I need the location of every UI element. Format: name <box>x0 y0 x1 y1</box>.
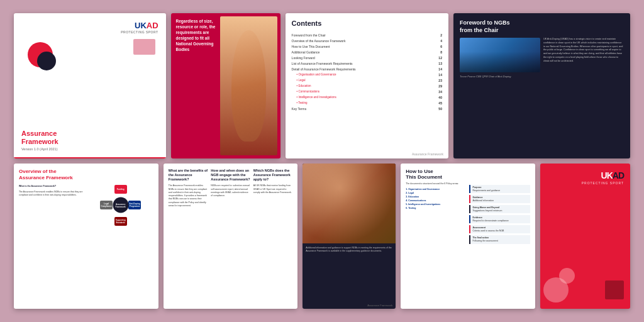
ukad-final-logo: UKAD Protecting Sport <box>547 170 624 185</box>
overview-card: Overview of the Assurance Framework What… <box>14 164 158 309</box>
quote-text: Regardless of size, resource or role, th… <box>176 18 222 53</box>
title-line2: Framework <box>21 138 58 145</box>
page-number-1: Assurance Framework <box>412 152 443 156</box>
contents-item-3: How to Use This Document 6 <box>292 43 442 49</box>
ngb-col-3: Which NGBs does the Assurance Framework … <box>253 169 292 304</box>
ngb-col-1: What are the benefits of the Assurance F… <box>169 169 208 304</box>
title-main: ssurance <box>26 130 57 137</box>
cycle-item-1: Funding <box>114 185 127 194</box>
contents-sub-2: • Legal 23 <box>292 77 442 83</box>
cycle-center: Assurance Framework <box>113 197 128 213</box>
step-guidance: GuidanceAdditional information <box>469 195 530 203</box>
cover-card: UK AD Protecting Sport Assurance Framewo… <box>14 13 166 158</box>
final-shapes <box>547 265 624 303</box>
contents-sub-3: • Education 29 <box>292 83 442 89</box>
ngb-col1-heading: What are the benefits of the Assurance F… <box>169 169 208 182</box>
foreword-col-left: Trevor Pearce CBE QPM Chair of Anti-Dopi… <box>460 38 540 78</box>
step-final: The final actionFollowing the assessment <box>469 235 530 243</box>
ngb-col2-text: NGBs are required to: submit an annual s… <box>211 184 250 197</box>
foreword-col-right: UK Anti-Doping (UKAD) has a strategic vi… <box>543 38 624 78</box>
howto-area-6: 6. Testing <box>406 206 466 210</box>
ad-letters: AD <box>147 21 158 30</box>
contents-card: Contents Foreword from the Chair 2 Overv… <box>286 13 448 158</box>
pink-rect-shape <box>133 39 155 55</box>
contents-item-7: Detail of Assurance Framework Requiremen… <box>292 66 442 72</box>
athletes-card: Additional information and guidance to s… <box>303 164 396 309</box>
final-ad: AD <box>613 170 624 180</box>
cycle-item-4: Legal Compliance <box>100 201 113 209</box>
contents-sub-6: • Testing 45 <box>292 100 442 106</box>
cycle-diagram: Assurance Framework Funding Anti-Doping … <box>100 185 141 226</box>
abstract-shapes <box>21 39 158 123</box>
overview-left-col: What is the Assurance Framework? The Ass… <box>19 185 84 226</box>
logo-area: UK AD Protecting Sport <box>21 21 158 34</box>
howto-card: How to UseThis Document The document is … <box>401 164 535 309</box>
contents-item-2: Overview of the Assurance Framework 4 <box>292 38 442 43</box>
title-red-a: A <box>21 130 26 137</box>
overview-heading: Overview of the Assurance Framework <box>19 169 153 182</box>
contents-item-1: Foreword from the Chair 2 <box>292 32 442 38</box>
foreword-card: Foreword to NGBs from the Chair Trevor P… <box>453 13 630 158</box>
overview-body-text: The Assurance Framework enables NGBs to … <box>19 191 84 197</box>
ukad-logo: UK AD Protecting Sport <box>121 21 158 34</box>
contents-sub-1: • Organisation and Governance 14 <box>292 72 442 77</box>
ngb-col-2: How and when does an NGB engage with the… <box>211 169 250 304</box>
ngb-col1-text: The Assurance Framework enables NGBs to … <box>169 184 208 208</box>
final-tagline: Protecting Sport <box>582 181 624 185</box>
step-going-above: Going Above and BeyondSuggestions beyond… <box>469 205 530 213</box>
athletes-text: Additional information and guidance to s… <box>303 243 396 257</box>
ngb-col3-heading: Which NGBs does the Assurance Framework … <box>253 169 292 182</box>
howto-col-right: PurposeRequirements and guidance Guidanc… <box>469 182 530 244</box>
red-quote-card: Regardless of size, resource or role, th… <box>171 13 280 158</box>
athlete-figure <box>220 16 277 155</box>
final-uk: UK <box>601 170 613 180</box>
step-purpose: PurposeRequirements and guidance <box>469 185 530 193</box>
uk-letters: UK <box>135 21 147 30</box>
howto-intro: The document is structured around the 6 … <box>406 182 466 186</box>
ngb-col-layout: What are the benefits of the Assurance F… <box>169 169 292 304</box>
ngb-card: What are the benefits of the Assurance F… <box>164 164 297 309</box>
ukad-final-card: UKAD Protecting Sport <box>540 164 630 309</box>
howto-areas-list: 1. Organisation and Governance 2. Legal … <box>406 187 466 210</box>
protecting-sport-label: Protecting Sport <box>121 30 158 34</box>
howto-col-left: The document is structured around the 6 … <box>406 182 466 244</box>
step-assessment: AssessmentCriteria used to assess the NG… <box>469 225 530 233</box>
howto-body: The document is structured around the 6 … <box>406 182 530 244</box>
cycle-item-2: Anti-Doping Programme <box>128 201 141 209</box>
athletes-page-label: Assurance Framework <box>367 304 392 307</box>
dark-rect-shape <box>605 280 624 299</box>
ukad-final-letters: UKAD <box>601 170 624 181</box>
athletes-body-text: Additional information and guidance to s… <box>306 247 392 253</box>
cover-title: Assurance Framework <box>21 130 158 146</box>
contents-item-6: List of Assurance Framework Requirements… <box>292 60 442 66</box>
contents-list: Foreword from the Chair 2 Overview of th… <box>292 32 442 111</box>
main-container: UK AD Protecting Sport Assurance Framewo… <box>14 13 630 309</box>
contents-heading: Contents <box>292 19 442 27</box>
cycle-item-3: Supporting Standards <box>114 217 127 226</box>
pink2-shape <box>559 268 575 284</box>
foreword-heading: Foreword to NGBs from the Chair <box>460 19 624 34</box>
contents-item-key: Key Terms 50 <box>292 106 442 111</box>
top-row: UK AD Protecting Sport Assurance Framewo… <box>14 13 630 158</box>
version-label: Version 1.0 (April 2021) <box>21 147 158 151</box>
step-flow: PurposeRequirements and guidance Guidanc… <box>469 185 530 244</box>
overview-right-col: Assurance Framework Funding Anti-Doping … <box>87 185 153 226</box>
contents-sub-5: • Intelligence and Investigations 40 <box>292 94 442 100</box>
overview-question: What is the Assurance Framework? <box>19 185 84 188</box>
foreword-heading-line1: Foreword to NGBs <box>460 19 624 27</box>
quote-overlay: Regardless of size, resource or role, th… <box>176 18 222 53</box>
ngb-col3-text: All UK NGBs that receive funding from UK… <box>253 184 292 194</box>
foreword-heading-line2: from the Chair <box>460 27 624 35</box>
contents-sub-4: • Communications 34 <box>292 89 442 94</box>
foreword-body: Trevor Pearce CBE QPM Chair of Anti-Dopi… <box>460 38 624 78</box>
foreword-athlete-image <box>460 38 540 72</box>
overview-body: What is the Assurance Framework? The Ass… <box>19 185 153 226</box>
ngb-col2-heading: How and when does an NGB engage with the… <box>211 169 250 182</box>
red-bottom-bar <box>14 157 166 158</box>
contents-item-4: Additional Guidance 8 <box>292 49 442 55</box>
athletes-photo <box>303 164 396 243</box>
bottom-row: Overview of the Assurance Framework What… <box>14 164 630 309</box>
step-evidence: EvidenceRequired to demonstrate complian… <box>469 215 530 223</box>
cover-title-area: Assurance Framework Version 1.0 (April 2… <box>21 130 158 151</box>
foreword-body-text: UK Anti-Doping (UKAD) has a strategic vi… <box>543 38 624 63</box>
